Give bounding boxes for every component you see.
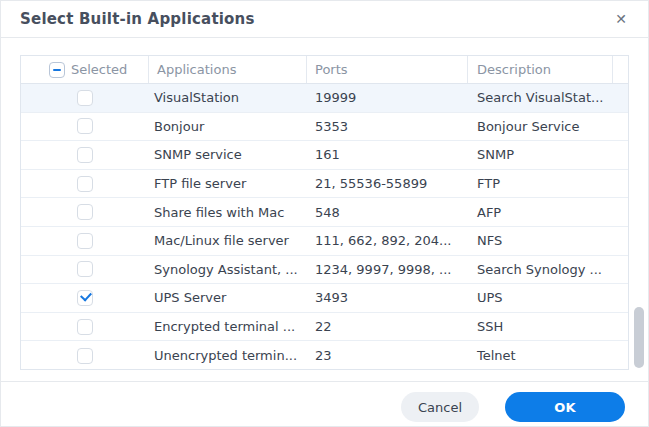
application-name: FTP file server xyxy=(149,176,307,191)
application-ports: 161 xyxy=(307,147,468,162)
table-row[interactable]: SNMP service 161 SNMP xyxy=(21,141,628,170)
application-name: Encrypted terminal ... xyxy=(149,319,307,334)
application-name: Mac/Linux file server xyxy=(149,233,307,248)
close-icon[interactable]: ✕ xyxy=(615,9,627,29)
application-description: SNMP xyxy=(468,147,613,162)
application-name: Bonjour xyxy=(149,119,307,134)
table-row[interactable]: Bonjour 5353 Bonjour Service xyxy=(21,113,628,142)
row-checkbox[interactable] xyxy=(77,176,93,192)
application-description: Bonjour Service xyxy=(468,119,613,134)
cancel-button[interactable]: Cancel xyxy=(401,392,479,422)
application-ports: 111, 662, 892, 204... xyxy=(307,233,468,248)
column-header-applications[interactable]: Applications xyxy=(149,56,307,83)
application-description: Search VisualStat... xyxy=(468,90,613,105)
application-name: UPS Server xyxy=(149,290,307,305)
application-description: AFP xyxy=(468,205,613,220)
column-header-description[interactable]: Description xyxy=(468,56,613,83)
application-ports: 5353 xyxy=(307,119,468,134)
table-row[interactable]: Mac/Linux file server 111, 662, 892, 204… xyxy=(21,227,628,256)
application-description: Telnet xyxy=(468,348,613,363)
select-all-checkbox[interactable] xyxy=(49,62,65,78)
row-checkbox[interactable] xyxy=(77,290,93,306)
table-row[interactable]: Unencrypted termin... 23 Telnet xyxy=(21,341,628,370)
column-header-applications-label: Applications xyxy=(157,62,236,77)
application-name: Synology Assistant, ... xyxy=(149,262,307,277)
table-row[interactable]: UPS Server 3493 UPS xyxy=(21,284,628,313)
application-ports: 1234, 9997, 9998, ... xyxy=(307,262,468,277)
row-checkbox[interactable] xyxy=(77,233,93,249)
table-row[interactable]: FTP file server 21, 55536-55899 FTP xyxy=(21,170,628,199)
table-header-row: Selected Applications Ports Description xyxy=(21,56,628,84)
application-description: FTP xyxy=(468,176,613,191)
application-ports: 23 xyxy=(307,348,468,363)
application-name: Share files with Mac xyxy=(149,205,307,220)
vertical-scrollbar-thumb[interactable] xyxy=(634,307,644,368)
application-description: Search Synology ... xyxy=(468,262,613,277)
row-checkbox[interactable] xyxy=(77,204,93,220)
table-row[interactable]: Encrypted terminal ... 22 SSH xyxy=(21,313,628,342)
ok-button[interactable]: OK xyxy=(505,392,625,422)
column-header-selected-label: Selected xyxy=(71,62,127,77)
application-description: UPS xyxy=(468,290,613,305)
application-ports: 19999 xyxy=(307,90,468,105)
column-header-description-label: Description xyxy=(477,62,551,77)
applications-table: Selected Applications Ports Description … xyxy=(20,55,629,370)
application-description: NFS xyxy=(468,233,613,248)
table-row[interactable]: VisualStation 19999 Search VisualStat... xyxy=(21,84,628,113)
application-ports: 22 xyxy=(307,319,468,334)
row-checkbox[interactable] xyxy=(77,90,93,106)
dialog-titlebar: Select Built-in Applications ✕ xyxy=(0,0,649,38)
footer-divider xyxy=(0,381,649,382)
row-checkbox[interactable] xyxy=(77,147,93,163)
table-body: VisualStation 19999 Search VisualStat...… xyxy=(21,84,628,369)
application-description: SSH xyxy=(468,319,613,334)
row-checkbox[interactable] xyxy=(77,261,93,277)
column-header-ports[interactable]: Ports xyxy=(307,56,468,83)
application-name: VisualStation xyxy=(149,90,307,105)
column-header-filler xyxy=(613,56,628,83)
column-header-selected[interactable]: Selected xyxy=(21,56,149,83)
column-header-ports-label: Ports xyxy=(315,62,348,77)
application-name: SNMP service xyxy=(149,147,307,162)
application-ports: 3493 xyxy=(307,290,468,305)
application-ports: 21, 55536-55899 xyxy=(307,176,468,191)
table-row[interactable]: Share files with Mac 548 AFP xyxy=(21,198,628,227)
dialog-title: Select Built-in Applications xyxy=(20,10,255,28)
application-ports: 548 xyxy=(307,205,468,220)
row-checkbox[interactable] xyxy=(77,118,93,134)
row-checkbox[interactable] xyxy=(77,348,93,364)
application-name: Unencrypted termin... xyxy=(149,348,307,363)
table-row[interactable]: Synology Assistant, ... 1234, 9997, 9998… xyxy=(21,256,628,285)
select-builtin-applications-dialog: Select Built-in Applications ✕ Selected … xyxy=(0,0,649,427)
row-checkbox[interactable] xyxy=(77,319,93,335)
